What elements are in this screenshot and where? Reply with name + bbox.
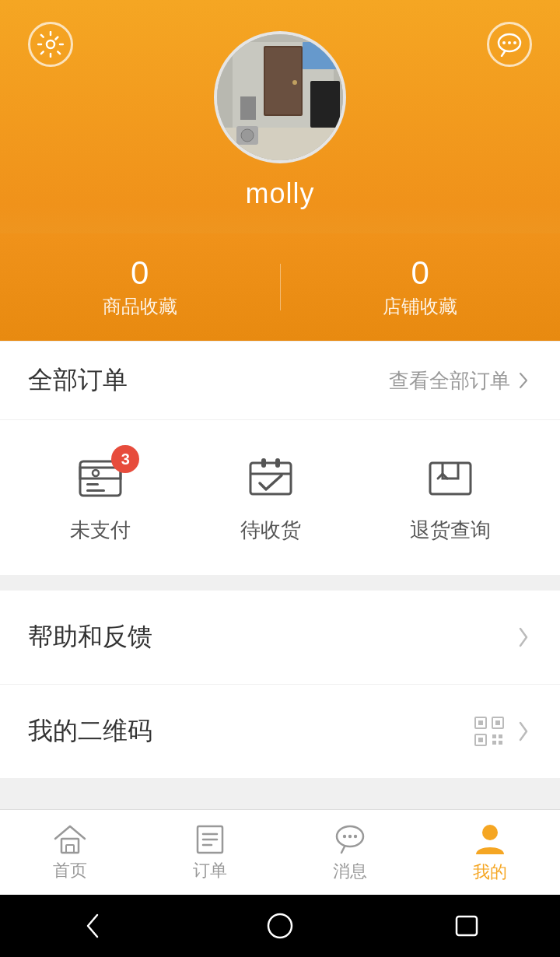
svg-rect-17: [80, 468, 121, 478]
pending-receipt-label: 待收货: [240, 517, 301, 544]
store-favorites-count: 0: [411, 255, 429, 291]
svg-rect-15: [303, 42, 338, 69]
svg-rect-14: [310, 81, 340, 128]
svg-point-46: [482, 825, 498, 840]
svg-rect-19: [86, 483, 99, 486]
help-feedback-left: 帮助和反馈: [28, 620, 152, 654]
store-favorites-label: 店铺收藏: [383, 294, 457, 319]
svg-rect-35: [499, 741, 502, 745]
nav-mine[interactable]: 我的: [420, 815, 560, 890]
orders-header: 全部订单 查看全部订单: [0, 342, 560, 420]
unpaid-badge: 3: [111, 445, 139, 473]
unpaid-label: 未支付: [70, 517, 131, 544]
home-button[interactable]: [257, 903, 303, 949]
svg-rect-24: [275, 458, 280, 468]
nav-messages-label: 消息: [333, 860, 367, 883]
svg-rect-34: [492, 741, 496, 745]
nav-orders[interactable]: 订单: [140, 817, 280, 889]
stats-bar: 0 商品收藏 0 店铺收藏: [0, 233, 560, 341]
svg-point-9: [292, 80, 297, 85]
svg-rect-20: [86, 489, 105, 492]
store-favorites-stat[interactable]: 0 店铺收藏: [281, 255, 561, 319]
order-pending-receipt-icon-wrap: [240, 451, 302, 506]
svg-rect-31: [478, 738, 483, 742]
nav-mine-label: 我的: [473, 861, 507, 884]
svg-rect-33: [499, 734, 502, 738]
help-feedback-right: [515, 625, 532, 650]
nav-orders-label: 订单: [193, 859, 227, 882]
order-pending-receipt-item[interactable]: 待收货: [240, 451, 302, 544]
recents-button[interactable]: [443, 903, 490, 949]
username: molly: [245, 177, 314, 210]
order-return-query-icon-wrap: [419, 451, 481, 506]
product-favorites-stat[interactable]: 0 商品收藏: [0, 255, 280, 319]
profile-section: molly 0 商品收藏 0 店铺收藏: [0, 0, 560, 341]
svg-point-43: [343, 834, 346, 837]
view-all-label: 查看全部订单: [389, 367, 510, 394]
my-qrcode-left: 我的二维码: [28, 714, 152, 748]
back-button[interactable]: [70, 903, 117, 949]
svg-rect-10: [240, 96, 256, 120]
my-qrcode-right: [473, 715, 532, 748]
order-return-query-item[interactable]: 退货查询: [410, 451, 491, 544]
order-unpaid-item[interactable]: 3 未支付: [69, 451, 131, 544]
product-favorites-count: 0: [131, 255, 149, 291]
nav-home[interactable]: 首页: [0, 817, 140, 889]
svg-rect-21: [250, 463, 291, 494]
svg-point-45: [354, 834, 357, 837]
my-qrcode-label: 我的二维码: [28, 714, 152, 748]
return-query-label: 退货查询: [410, 517, 491, 544]
svg-rect-11: [217, 128, 346, 163]
svg-point-47: [268, 914, 292, 938]
svg-rect-29: [495, 720, 500, 725]
svg-point-44: [348, 834, 352, 837]
orders-section: 全部订单 查看全部订单 3: [0, 341, 560, 575]
svg-point-2: [502, 41, 506, 44]
view-all-orders-button[interactable]: 查看全部订单: [389, 367, 532, 394]
settings-icon[interactable]: [28, 22, 73, 67]
orders-title: 全部订单: [28, 363, 128, 398]
system-bar: [0, 895, 560, 957]
product-favorites-label: 商品收藏: [103, 294, 177, 319]
svg-point-18: [93, 470, 99, 476]
avatar[interactable]: [214, 31, 346, 163]
help-feedback-item[interactable]: 帮助和反馈: [0, 591, 560, 685]
help-feedback-label: 帮助和反馈: [28, 620, 152, 654]
section-divider-1: [0, 575, 560, 591]
svg-rect-32: [492, 734, 496, 738]
svg-rect-48: [457, 917, 477, 935]
nav-home-label: 首页: [53, 859, 87, 882]
order-icons-row: 3 未支付: [0, 420, 560, 575]
chat-icon[interactable]: [487, 22, 532, 67]
nav-messages[interactable]: 消息: [280, 816, 420, 889]
order-unpaid-icon-wrap: 3: [69, 451, 131, 506]
bottom-nav: 首页 订单 消息 我的: [0, 809, 560, 895]
svg-point-13: [241, 129, 254, 142]
my-qrcode-item[interactable]: 我的二维码: [0, 685, 560, 779]
svg-rect-23: [261, 458, 266, 468]
menu-section: 帮助和反馈 我的二维码: [0, 591, 560, 779]
svg-point-4: [513, 41, 516, 44]
svg-point-3: [508, 41, 511, 44]
svg-point-0: [47, 40, 54, 48]
svg-rect-27: [478, 720, 483, 725]
svg-rect-37: [66, 845, 74, 853]
